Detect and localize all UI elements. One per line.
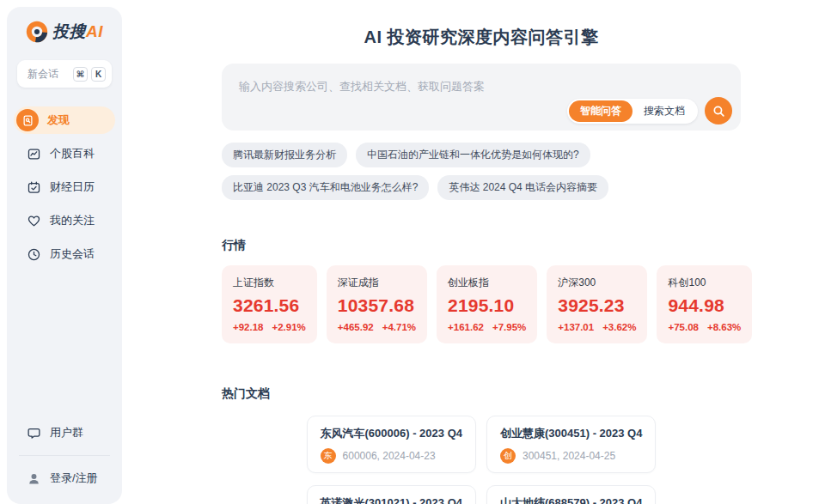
doc-info: 300451, 2024-04-25 [522, 450, 615, 462]
sidebar-footer: 用户群 登录/注册 [14, 419, 115, 492]
sidebar-item-stock-wiki[interactable]: 个股百科 [14, 140, 115, 167]
doc-title: 英诺激光(301021) - 2023 Q4 [321, 495, 462, 504]
login-register-label: 登录/注册 [50, 471, 98, 486]
mode-ai-qa[interactable]: 智能问答 [569, 100, 632, 122]
app-logo: 投搜AI [14, 21, 115, 43]
doc-card[interactable]: 创业慧康(300451) - 2023 Q4 创 300451, 2024-04… [486, 416, 656, 473]
user-group-button[interactable]: 用户群 [14, 419, 115, 446]
index-change: +161.62+7.95% [448, 322, 526, 332]
market-index-card[interactable]: 沪深300 3925.23 +137.01+3.62% [547, 265, 647, 343]
doc-card[interactable]: 山大地纬(688579) - 2023 Q4 山 688579, 2024-04… [486, 485, 656, 504]
cmd-key-badge: ⌘ [73, 67, 88, 82]
sidebar-item-my-follows[interactable]: 我的关注 [14, 207, 115, 234]
doc-title: 山大地纬(688579) - 2023 Q4 [500, 495, 642, 504]
stock-badge-icon: 创 [500, 448, 516, 464]
stock-badge-icon: 东 [321, 448, 336, 464]
login-register-button[interactable]: 登录/注册 [14, 465, 115, 492]
suggestion-chip[interactable]: 中国石油的产业链和一体化优势是如何体现的? [356, 143, 590, 167]
market-section-title: 行情 [222, 238, 741, 253]
market-index-card[interactable]: 科创100 944.98 +75.08+8.63% [657, 265, 752, 343]
index-change: +465.92+4.71% [338, 322, 416, 332]
discover-icon [16, 109, 39, 131]
new-session-button[interactable]: 新会话 ⌘ K [17, 60, 112, 88]
app-window: 投搜AI 新会话 ⌘ K 发现 [0, 0, 825, 504]
index-value: 3925.23 [558, 295, 636, 316]
doc-title: 东风汽车(600006) - 2023 Q4 [321, 426, 462, 441]
brand-name: 投搜AI [52, 21, 103, 43]
suggestion-chips: 腾讯最新财报业务分析 中国石油的产业链和一体化优势是如何体现的? 比亚迪 202… [222, 143, 741, 200]
hot-docs-grid: 东风汽车(600006) - 2023 Q4 东 600006, 2024-04… [222, 416, 741, 504]
index-value: 944.98 [668, 295, 741, 316]
index-name: 上证指数 [233, 276, 306, 290]
main-area: AI 投资研究深度内容问答引擎 智能问答 搜索文档 [122, 0, 825, 504]
doc-info: 600006, 2024-04-23 [343, 450, 436, 462]
stock-chart-icon [26, 146, 41, 161]
index-name: 创业板指 [448, 276, 526, 290]
chat-bubble-icon [26, 425, 41, 440]
suggestion-chip[interactable]: 腾讯最新财报业务分析 [222, 143, 347, 167]
sidebar-item-discover[interactable]: 发现 [14, 106, 115, 134]
sidebar-item-label: 个股百科 [50, 146, 95, 161]
market-index-card[interactable]: 上证指数 3261.56 +92.18+2.91% [222, 265, 317, 343]
hot-docs-section: 热门文档 东风汽车(600006) - 2023 Q4 东 600006, 20… [222, 386, 741, 504]
k-key-badge: K [91, 67, 106, 82]
index-change: +137.01+3.62% [558, 322, 636, 332]
index-value: 2195.10 [448, 295, 526, 316]
sidebar-item-label: 发现 [47, 112, 70, 128]
brand-logo-icon [26, 21, 48, 43]
sidebar-item-label: 我的关注 [50, 213, 95, 228]
user-group-label: 用户群 [50, 425, 83, 440]
market-section: 行情 上证指数 3261.56 +92.18+2.91% 深证成指 10357.… [222, 238, 741, 343]
mode-doc-search[interactable]: 搜索文档 [632, 100, 696, 122]
search-icon [712, 104, 726, 118]
doc-title: 创业慧康(300451) - 2023 Q4 [500, 426, 642, 441]
sidebar-item-history[interactable]: 历史会话 [14, 240, 115, 268]
search-controls: 智能问答 搜索文档 [567, 97, 732, 124]
suggestion-chip[interactable]: 比亚迪 2023 Q3 汽车和电池业务怎么样? [222, 175, 429, 200]
doc-card[interactable]: 英诺激光(301021) - 2023 Q4 英 301021, 2024-04… [307, 485, 476, 504]
sidebar-nav: 发现 个股百科 [14, 106, 115, 268]
index-name: 科创100 [668, 276, 741, 290]
market-index-card[interactable]: 创业板指 2195.10 +161.62+7.95% [437, 265, 537, 343]
index-name: 沪深300 [558, 276, 636, 290]
suggestion-chip[interactable]: 英伟达 2024 Q4 电话会内容摘要 [437, 175, 608, 200]
new-session-label: 新会话 [28, 67, 70, 82]
history-clock-icon [26, 246, 41, 262]
index-name: 深证成指 [338, 276, 416, 290]
search-input[interactable] [229, 69, 583, 103]
search-mode-toggle: 智能问答 搜索文档 [567, 99, 698, 124]
market-index-row: 上证指数 3261.56 +92.18+2.91% 深证成指 10357.68 … [222, 265, 741, 343]
index-value: 3261.56 [233, 295, 306, 316]
index-value: 10357.68 [338, 295, 416, 316]
market-index-card[interactable]: 深证成指 10357.68 +465.92+4.71% [327, 265, 427, 343]
search-submit-button[interactable] [705, 97, 732, 124]
hot-docs-title: 热门文档 [222, 386, 741, 402]
sidebar: 投搜AI 新会话 ⌘ K 发现 [7, 7, 122, 504]
sidebar-item-label: 财经日历 [50, 179, 95, 195]
heart-icon [26, 213, 41, 228]
index-change: +92.18+2.91% [233, 322, 306, 332]
sidebar-divider [19, 455, 110, 456]
sidebar-item-label: 历史会话 [50, 246, 95, 262]
search-box: 智能问答 搜索文档 [222, 64, 741, 131]
sidebar-item-finance-calendar[interactable]: 财经日历 [14, 173, 115, 201]
user-avatar-icon [26, 471, 41, 486]
doc-card[interactable]: 东风汽车(600006) - 2023 Q4 东 600006, 2024-04… [307, 416, 476, 473]
index-change: +75.08+8.63% [668, 322, 741, 332]
calendar-icon [26, 179, 41, 195]
page-title: AI 投资研究深度内容问答引擎 [222, 26, 741, 49]
